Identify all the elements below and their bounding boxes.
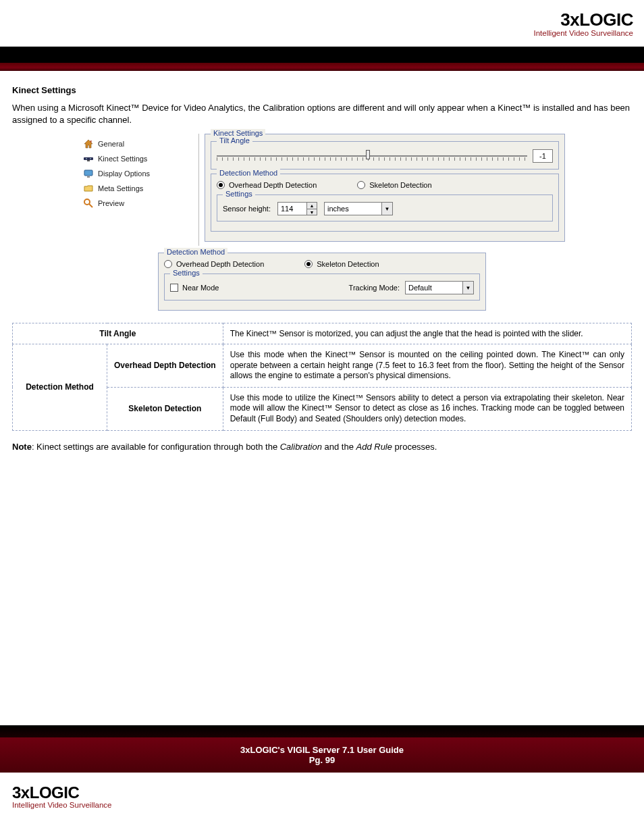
- intro-paragraph: When using a Microsoft Kinect™ Device fo…: [12, 102, 632, 126]
- section-title: Kinect Settings: [12, 85, 632, 95]
- skeleton-radio-label-1: Skeleton Detection: [369, 181, 431, 189]
- svg-point-8: [84, 199, 90, 205]
- radio-icon: [164, 260, 172, 268]
- tree-label-general: General: [98, 140, 124, 148]
- tree-item-meta[interactable]: Meta Settings: [80, 181, 198, 196]
- page-footer: 3xLOGIC's VIGIL Server 7.1 User Guide Pg…: [0, 725, 644, 773]
- units-value: inches: [324, 202, 382, 215]
- skeleton-radio-2[interactable]: Skeleton Detection: [304, 260, 379, 268]
- tree-item-kinect[interactable]: Kinect Settings: [80, 151, 198, 166]
- tree-item-general[interactable]: General: [80, 136, 198, 151]
- kinect-settings-screenshot-1: General Kinect Settings Display Options: [79, 134, 565, 246]
- chevron-up-icon[interactable]: ▲: [307, 203, 317, 209]
- svg-rect-7: [87, 176, 90, 178]
- svg-rect-2: [84, 157, 93, 160]
- row1-heading: Tilt Angle: [13, 323, 223, 344]
- chevron-down-icon[interactable]: ▼: [382, 202, 393, 215]
- row2-heading: Detection Method: [13, 344, 107, 431]
- header-band-dark: [0, 47, 644, 63]
- brand-3: 3: [560, 9, 570, 30]
- note-em-1: Calibration: [280, 442, 322, 452]
- brand-tagline: Intelligent Video Surveillance: [534, 29, 633, 37]
- search-icon: [83, 198, 94, 209]
- tracking-mode-label: Tracking Mode:: [349, 284, 400, 292]
- monitor-icon: [83, 168, 94, 179]
- brand-tagline-footer: Intelligent Video Surveillance: [12, 801, 111, 809]
- brand-logic: LOGIC: [579, 9, 633, 30]
- chevron-down-icon[interactable]: ▼: [463, 281, 474, 294]
- detection-method-legend-2: Detection Method: [164, 248, 227, 256]
- chevron-down-icon[interactable]: ▼: [307, 209, 317, 215]
- tree-label-kinect: Kinect Settings: [98, 155, 147, 163]
- tilt-angle-legend: Tilt Angle: [217, 136, 252, 145]
- note-em-2: Add Rule: [356, 442, 392, 452]
- overhead-radio-2[interactable]: Overhead Depth Detection: [164, 260, 264, 268]
- settings-group-1: Settings Sensor height: 114 ▲▼ inches ▼: [217, 194, 553, 221]
- svg-line-9: [89, 204, 92, 207]
- svg-point-4: [90, 158, 91, 159]
- overhead-radio-label-1: Overhead Depth Detection: [229, 181, 317, 189]
- detection-method-legend-1: Detection Method: [217, 169, 280, 177]
- row2a-heading: Overhead Depth Detection: [107, 344, 223, 388]
- header-band-red: [0, 63, 644, 71]
- tilt-angle-value: -1: [533, 149, 553, 163]
- radio-icon: [217, 181, 225, 189]
- sensor-height-spinner[interactable]: 114 ▲▼: [277, 202, 317, 215]
- settings-legend-2: Settings: [170, 269, 203, 277]
- row2b-heading: Skeleton Detection: [107, 387, 223, 430]
- note-label: Note: [12, 442, 32, 452]
- settings-group-2: Settings Near Mode Tracking Mode: Defaul…: [164, 273, 480, 301]
- units-combo[interactable]: inches ▼: [324, 202, 393, 215]
- settings-description-table: Tilt Angle The Kinect™ Sensor is motoriz…: [12, 323, 632, 431]
- skeleton-radio-1[interactable]: Skeleton Detection: [357, 181, 431, 189]
- overhead-radio-label-2: Overhead Depth Detection: [176, 260, 264, 268]
- overhead-radio-1[interactable]: Overhead Depth Detection: [217, 181, 317, 189]
- tree-item-display[interactable]: Display Options: [80, 166, 198, 181]
- near-mode-label: Near Mode: [182, 284, 219, 292]
- tree-item-preview[interactable]: Preview: [80, 196, 198, 211]
- skeleton-radio-label-2: Skeleton Detection: [317, 260, 379, 268]
- tracking-mode-value: Default: [405, 281, 463, 294]
- kinect-settings-group: Kinect Settings Tilt Angle -1 Detecti: [205, 134, 565, 242]
- detection-method-group-2: Detection Method Overhead Depth Detectio…: [158, 253, 486, 311]
- tilt-angle-group: Tilt Angle -1: [211, 141, 559, 170]
- note-text-2: and the: [322, 442, 356, 452]
- radio-icon: [357, 181, 365, 189]
- detection-method-group-1: Detection Method Overhead Depth Detectio…: [211, 174, 559, 232]
- settings-tree: General Kinect Settings Display Options: [79, 134, 199, 246]
- radio-icon: [304, 260, 313, 268]
- sensor-height-label: Sensor height:: [223, 205, 271, 213]
- footer-title: 3xLOGIC's VIGIL Server 7.1 User Guide: [240, 745, 404, 755]
- spinner-buttons[interactable]: ▲▼: [307, 202, 317, 215]
- note-text-1: : Kinect settings are available for conf…: [32, 442, 280, 452]
- sensor-height-value[interactable]: 114: [277, 202, 307, 215]
- tree-label-display: Display Options: [98, 170, 150, 178]
- tree-label-meta: Meta Settings: [98, 184, 143, 192]
- tracking-mode-combo[interactable]: Default ▼: [405, 281, 474, 294]
- note-text-3: processes.: [392, 442, 437, 452]
- brand-footer: 3xLOGIC Intelligent Video Surveillance: [12, 783, 111, 809]
- checkbox-icon: [170, 284, 178, 292]
- tree-label-preview: Preview: [98, 199, 124, 207]
- svg-rect-5: [87, 160, 90, 161]
- row1-desc: The Kinect™ Sensor is motorized, you can…: [223, 323, 631, 344]
- home-icon: [83, 138, 94, 149]
- row2a-desc: Use this mode when the Kinect™ Sensor is…: [223, 344, 631, 388]
- footer-page: Pg. 99: [309, 755, 335, 765]
- brand-x: x: [570, 9, 579, 30]
- brand-logo-text-footer: 3xLOGIC: [12, 783, 111, 802]
- folder-icon: [83, 183, 94, 194]
- svg-rect-1: [90, 140, 92, 142]
- tilt-angle-slider[interactable]: [217, 151, 527, 161]
- svg-point-3: [86, 158, 87, 159]
- settings-legend-1: Settings: [223, 190, 255, 198]
- brand-header: 3xLOGIC Intelligent Video Surveillance: [534, 9, 633, 37]
- note-paragraph: Note: Kinect settings are available for …: [12, 442, 632, 452]
- brand-logo-text: 3xLOGIC: [534, 9, 633, 30]
- near-mode-checkbox[interactable]: Near Mode: [170, 284, 219, 292]
- svg-rect-6: [84, 170, 92, 176]
- kinect-icon: [83, 153, 94, 164]
- row2b-desc: Use this mode to utilize the Kinect™ Sen…: [223, 387, 631, 430]
